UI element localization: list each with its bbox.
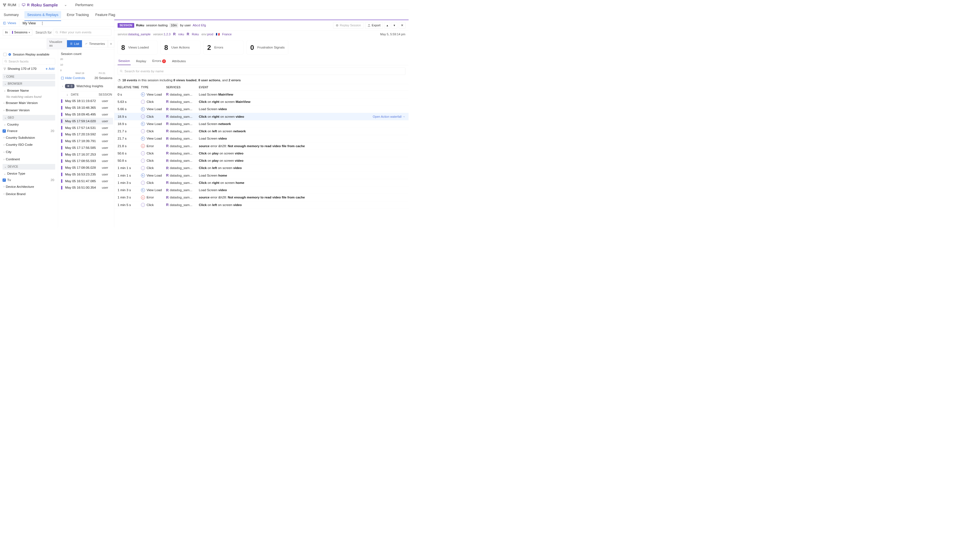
tag-service[interactable]: datadog_sample	[128, 32, 151, 36]
sort-icon[interactable]: ↓	[67, 93, 68, 96]
facet-device-arch[interactable]: ›Device Architecture	[3, 183, 55, 190]
dtab-session[interactable]: Session	[118, 57, 131, 65]
col-event[interactable]: EVENT	[199, 86, 405, 89]
replay-available-filter[interactable]: Session Replay available	[3, 51, 55, 57]
facet-value-tv[interactable]: Tv	[7, 178, 11, 182]
session-row[interactable]: May 05 17:17:56.585user	[60, 144, 113, 151]
checkbox-france[interactable]	[3, 129, 6, 133]
chevron-down-icon[interactable]: ⌄	[63, 2, 68, 8]
col-relative-time[interactable]: RELATIVE TIME	[118, 86, 141, 89]
checkbox[interactable]	[3, 53, 7, 56]
views-button[interactable]: Views	[0, 20, 19, 27]
facet-browser-main[interactable]: ›Browser Main Version	[3, 100, 55, 106]
tag-roku2[interactable]: Roku	[192, 32, 199, 36]
tab-performance[interactable]: Performanc	[73, 0, 96, 10]
session-row[interactable]: May 05 17:08:06.028user	[60, 164, 113, 171]
watchdog-insights[interactable]: › 👁0 Watchdog Insights	[60, 83, 113, 90]
rum-breadcrumb[interactable]: RUM	[3, 3, 16, 7]
next-button[interactable]: ▾	[391, 22, 397, 29]
search-input[interactable]: Filter your rum events	[53, 29, 111, 36]
facet-country-sub[interactable]: ›Country Subdivision	[3, 134, 55, 141]
facet-group-geo[interactable]: ⌄GEO	[3, 115, 55, 121]
add-facet-button[interactable]: +Add	[45, 67, 54, 71]
event-row[interactable]: 18.9 s↻View LoadRdatadog_sam...Load Scre…	[115, 120, 409, 127]
viz-timeseries[interactable]: Timeseries	[82, 40, 108, 47]
hide-controls-button[interactable]: Hide Controls	[61, 76, 85, 80]
metric-card[interactable]: 8Views Loaded	[118, 41, 158, 54]
facet-browser-version[interactable]: ›Browser Version	[3, 107, 55, 113]
tag-env[interactable]: prod	[207, 32, 213, 36]
metric-card[interactable]: 0Frustration Signals	[247, 41, 288, 54]
col-session[interactable]: SESSION	[99, 93, 112, 96]
facet-group-core[interactable]: ›CORE	[3, 74, 55, 80]
event-row[interactable]: 1 min 1 s☜ClickRdatadog_sam...Click on l…	[115, 164, 409, 172]
col-type[interactable]: TYPE	[141, 86, 166, 89]
event-row[interactable]: 5.63 s☜ClickRdatadog_sam...Click on righ…	[115, 98, 409, 105]
close-button[interactable]: ✕	[399, 22, 405, 29]
tab-summary[interactable]: Summary	[3, 10, 20, 19]
event-row[interactable]: 1 min 5 s☜ClickRdatadog_sam...Click on l…	[115, 201, 409, 209]
facet-country[interactable]: ⌄Country	[3, 121, 55, 127]
session-row[interactable]: May 05 17:18:39.791user	[60, 138, 113, 145]
session-count-chart[interactable]: 20 10 0 Wed 19 Fri 21	[60, 58, 113, 74]
facet-country-iso[interactable]: ›Country ISO Code	[3, 142, 55, 148]
session-row[interactable]: May 05 17:59:14.020user	[60, 118, 113, 124]
tab-sessions-replays[interactable]: Sessions & Replays	[24, 11, 61, 18]
session-row[interactable]: May 05 17:20:19.592user	[60, 131, 113, 138]
open-waterfall-link[interactable]: Open Action waterfall →	[373, 115, 405, 118]
facet-continent[interactable]: ›Continent	[3, 156, 55, 162]
scope-sessions-pill[interactable]: Sessions▾	[10, 29, 32, 36]
event-row[interactable]: 1 min 3 s⚠ErrorRdatadog_sam...source err…	[115, 194, 409, 201]
more-icon[interactable]: ⋮	[39, 21, 46, 25]
viz-more[interactable]: ≡	[108, 40, 115, 47]
session-row[interactable]: May 05 17:08:55.593user	[60, 158, 113, 164]
search-facets-input[interactable]: Search facets	[3, 58, 55, 65]
prev-button[interactable]: ▴	[385, 22, 390, 29]
tab-feature-flag[interactable]: Feature Flag	[94, 10, 116, 19]
event-row[interactable]: 18.9 s☜ClickRdatadog_sam...Click on righ…	[115, 113, 409, 120]
event-row[interactable]: 21.7 s☜ClickRdatadog_sam...Click on left…	[115, 127, 409, 135]
dtab-replay[interactable]: Replay	[135, 57, 147, 65]
facet-value-france[interactable]: France	[7, 129, 18, 133]
event-row[interactable]: 50.6 s☜ClickRdatadog_sam...Click on play…	[115, 150, 409, 157]
app-selector[interactable]: R Roku Sample ⌄	[22, 2, 68, 8]
col-date[interactable]: DATE	[71, 93, 96, 96]
tag-version[interactable]: 1.2.3	[164, 32, 170, 36]
scope-in-pill[interactable]: In	[3, 29, 10, 36]
metric-card[interactable]: 2Errors	[204, 41, 243, 54]
event-row[interactable]: 1 min 1 s↻View LoadRdatadog_sam...Load S…	[115, 172, 409, 179]
tag-roku[interactable]: roku	[178, 32, 184, 36]
viz-list[interactable]: List	[67, 40, 82, 47]
event-row[interactable]: 1 min 3 s↻View LoadRdatadog_sam...Load S…	[115, 187, 409, 194]
event-row[interactable]: 5.66 s↻View LoadRdatadog_sam...Load Scre…	[115, 106, 409, 113]
metric-card[interactable]: 8User Actions	[161, 41, 200, 54]
tab-error-tracking[interactable]: Error Tracking	[66, 10, 90, 19]
session-row[interactable]: May 05 18:09:45.495user	[60, 111, 113, 118]
event-row[interactable]: 1 min 3 s☜ClickRdatadog_sam...Click on r…	[115, 179, 409, 186]
facet-device-type[interactable]: ⌄Device Type	[3, 170, 55, 177]
session-row[interactable]: May 05 16:51:00.354user	[60, 185, 113, 191]
facet-device-brand[interactable]: ›Device Brand	[3, 191, 55, 197]
events-search-input[interactable]: Search for events by name	[118, 68, 406, 75]
facet-group-browser[interactable]: ⌄BROWSER	[3, 81, 55, 87]
event-row[interactable]: 50.8 s☜ClickRdatadog_sam...Click on play…	[115, 157, 409, 164]
session-row[interactable]: May 05 18:11:19.672user	[60, 98, 113, 105]
replay-session-button[interactable]: Replay Session	[333, 22, 364, 29]
dtab-errors[interactable]: Errors2	[152, 57, 167, 65]
session-row[interactable]: May 05 17:16:37.253user	[60, 151, 113, 158]
facet-browser-name[interactable]: ⌄Browser Name	[3, 87, 55, 94]
facet-group-device[interactable]: ⌄DEVICE	[3, 164, 55, 170]
event-row[interactable]: 21.8 s⚠ErrorRdatadog_sam...source error …	[115, 142, 409, 150]
session-row[interactable]: May 05 16:53:23.235user	[60, 171, 113, 178]
checkbox-tv[interactable]	[3, 178, 6, 182]
facet-city[interactable]: ›City	[3, 149, 55, 155]
export-button[interactable]: Export	[365, 22, 383, 29]
session-row[interactable]: May 05 18:10:48.365user	[60, 105, 113, 111]
tag-country[interactable]: France	[222, 32, 232, 36]
session-row[interactable]: May 05 17:57:14.531user	[60, 124, 113, 131]
dtab-attributes[interactable]: Attributes	[171, 57, 186, 65]
event-row[interactable]: 0 s↻View LoadRdatadog_sam...Load Screen …	[115, 91, 409, 98]
tab-my-view[interactable]: My View	[19, 21, 39, 25]
event-row[interactable]: 21.7 s↻View LoadRdatadog_sam...Load Scre…	[115, 135, 409, 142]
col-services[interactable]: SERVICES	[166, 86, 199, 89]
